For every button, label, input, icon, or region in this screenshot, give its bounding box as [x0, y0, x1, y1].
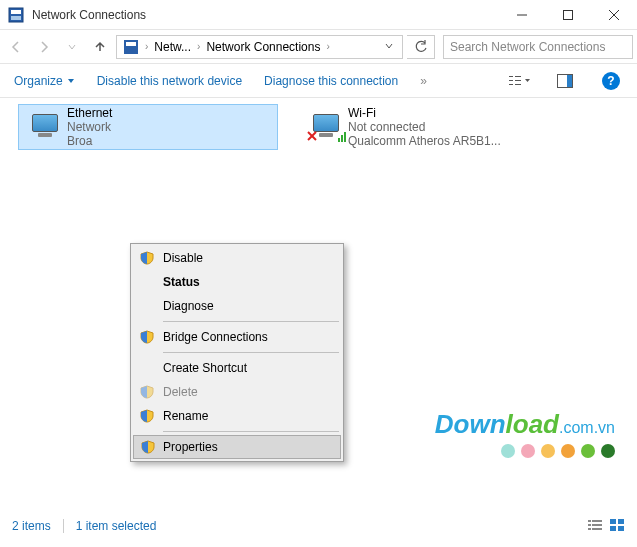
breadcrumb-icon — [123, 39, 139, 55]
breadcrumb-dropdown[interactable] — [378, 40, 400, 54]
breadcrumb-seg-2[interactable]: Network Connections — [202, 40, 324, 54]
svg-rect-21 — [344, 132, 346, 142]
breadcrumb[interactable]: › Netw... › Network Connections › — [116, 35, 403, 59]
svg-rect-9 — [509, 76, 513, 77]
refresh-button[interactable] — [407, 35, 435, 59]
titlebar: Network Connections — [0, 0, 637, 30]
shield-icon — [139, 408, 155, 424]
chevron-right-icon: › — [324, 41, 331, 52]
ctx-disable[interactable]: Disable — [133, 246, 341, 270]
ctx-status[interactable]: Status — [133, 270, 341, 294]
svg-rect-16 — [567, 75, 572, 87]
adapter-device: Qualcomm Atheros AR5B1... — [348, 134, 501, 148]
disable-device-button[interactable]: Disable this network device — [97, 74, 242, 88]
help-icon: ? — [602, 72, 620, 90]
svg-rect-25 — [592, 524, 602, 526]
svg-rect-14 — [515, 84, 521, 85]
toolbar-overflow[interactable]: » — [420, 74, 427, 88]
adapter-name: Wi-Fi — [348, 106, 501, 120]
close-button[interactable] — [591, 0, 637, 29]
shield-icon — [140, 439, 156, 455]
search-placeholder: Search Network Connections — [450, 40, 605, 54]
search-input[interactable]: Search Network Connections — [443, 35, 633, 59]
wifi-icon — [304, 106, 348, 148]
ctx-delete: Delete — [133, 380, 341, 404]
svg-rect-31 — [618, 526, 624, 531]
content-area[interactable]: Ethernet Network Broa Wi-Fi Not connecte… — [0, 98, 637, 498]
ctx-rename[interactable]: Rename — [133, 404, 341, 428]
svg-rect-20 — [341, 135, 343, 142]
adapter-status: Not connected — [348, 120, 501, 134]
back-button[interactable] — [4, 35, 28, 59]
svg-rect-27 — [592, 528, 602, 530]
svg-rect-8 — [126, 42, 136, 46]
watermark: Download.com.vn — [435, 409, 615, 458]
ctx-properties[interactable]: Properties — [133, 435, 341, 459]
svg-rect-11 — [509, 84, 513, 85]
context-menu: Disable Status Diagnose Bridge Connectio… — [130, 243, 344, 462]
ctx-shortcut[interactable]: Create Shortcut — [133, 356, 341, 380]
watermark-logo: Download.com.vn — [435, 409, 615, 440]
large-icons-view-button[interactable] — [609, 518, 625, 535]
adapter-device: Broa — [67, 134, 112, 148]
status-bar: 2 items 1 item selected — [0, 515, 637, 537]
shield-icon — [139, 250, 155, 266]
breadcrumb-seg-1[interactable]: Netw... — [150, 40, 195, 54]
details-view-button[interactable] — [587, 518, 603, 535]
svg-rect-10 — [509, 80, 513, 81]
nav-bar: › Netw... › Network Connections › Search… — [0, 30, 637, 64]
ctx-separator — [163, 352, 339, 353]
help-button[interactable]: ? — [599, 72, 623, 90]
adapter-wifi[interactable]: Wi-Fi Not connected Qualcomm Atheros AR5… — [300, 104, 560, 150]
view-options-button[interactable] — [507, 74, 531, 88]
svg-rect-29 — [618, 519, 624, 524]
watermark-dots — [435, 444, 615, 458]
recent-dropdown[interactable] — [60, 35, 84, 59]
shield-icon — [139, 329, 155, 345]
svg-rect-24 — [588, 524, 591, 526]
shield-icon — [139, 384, 155, 400]
svg-rect-23 — [592, 520, 602, 522]
adapter-ethernet[interactable]: Ethernet Network Broa — [18, 104, 278, 150]
svg-rect-2 — [11, 16, 21, 20]
ctx-diagnose[interactable]: Diagnose — [133, 294, 341, 318]
window-buttons — [499, 0, 637, 29]
svg-rect-19 — [338, 138, 340, 142]
chevron-right-icon: › — [195, 41, 202, 52]
forward-button[interactable] — [32, 35, 56, 59]
status-item-count: 2 items — [12, 519, 51, 533]
chevron-right-icon: › — [143, 41, 150, 52]
svg-rect-22 — [588, 520, 591, 522]
svg-rect-4 — [564, 10, 573, 19]
up-button[interactable] — [88, 35, 112, 59]
status-separator — [63, 519, 64, 533]
svg-rect-26 — [588, 528, 591, 530]
status-selected-count: 1 item selected — [76, 519, 157, 533]
maximize-button[interactable] — [545, 0, 591, 29]
svg-rect-30 — [610, 526, 616, 531]
ctx-bridge[interactable]: Bridge Connections — [133, 325, 341, 349]
svg-rect-13 — [515, 80, 521, 81]
window-title: Network Connections — [32, 8, 499, 22]
minimize-button[interactable] — [499, 0, 545, 29]
svg-rect-1 — [11, 10, 21, 14]
adapter-name: Ethernet — [67, 106, 112, 120]
toolbar: Organize Disable this network device Dia… — [0, 64, 637, 98]
preview-pane-button[interactable] — [553, 74, 577, 88]
ctx-separator — [163, 431, 339, 432]
ethernet-icon — [23, 107, 67, 147]
svg-rect-12 — [515, 76, 521, 77]
app-icon — [8, 7, 24, 23]
organize-menu[interactable]: Organize — [14, 74, 75, 88]
diagnose-button[interactable]: Diagnose this connection — [264, 74, 398, 88]
ctx-separator — [163, 321, 339, 322]
svg-rect-28 — [610, 519, 616, 524]
adapter-status: Network — [67, 120, 112, 134]
